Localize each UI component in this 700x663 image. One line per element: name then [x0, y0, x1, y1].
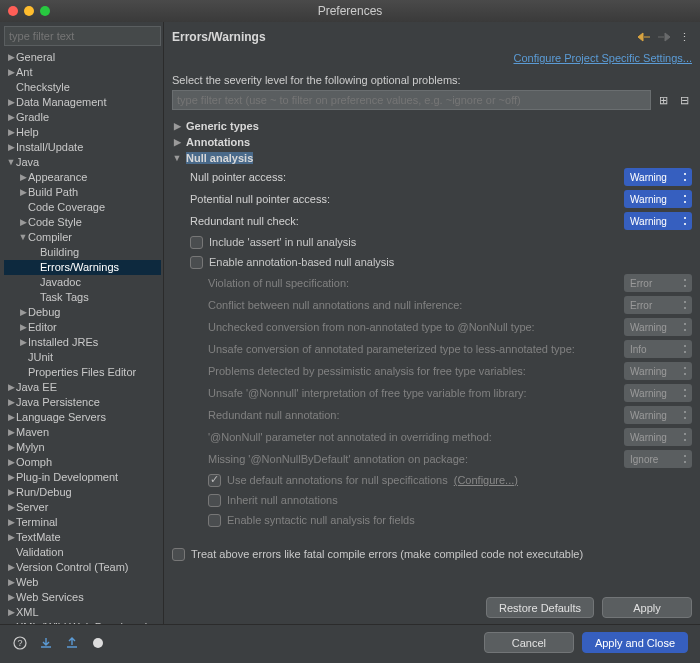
chevron-right-icon[interactable]: ▶ — [6, 455, 16, 470]
tree-node[interactable]: ▶Ant — [4, 65, 161, 80]
tree-node[interactable]: ▶TextMate — [4, 530, 161, 545]
tree-node[interactable]: JUnit — [4, 350, 161, 365]
severity-select[interactable]: Warning — [624, 212, 692, 230]
tree-node[interactable]: Checkstyle — [4, 80, 161, 95]
severity-select: Error — [624, 296, 692, 314]
tree-node[interactable]: ▶Run/Debug — [4, 485, 161, 500]
chevron-right-icon[interactable]: ▶ — [6, 125, 16, 140]
chevron-right-icon[interactable]: ▶ — [6, 95, 16, 110]
chevron-right-icon[interactable]: ▶ — [6, 605, 16, 620]
tree-node[interactable]: ▶Mylyn — [4, 440, 161, 455]
tree-node[interactable]: ▶Version Control (Team) — [4, 560, 161, 575]
category-header[interactable]: ▼Null analysis — [172, 150, 692, 166]
chevron-right-icon[interactable]: ▶ — [6, 590, 16, 605]
chevron-right-icon[interactable]: ▶ — [18, 185, 28, 200]
chevron-right-icon[interactable]: ▶ — [6, 485, 16, 500]
checkbox[interactable] — [172, 548, 185, 561]
tree-filter-input[interactable] — [4, 26, 161, 46]
tree-node[interactable]: ▶Installed JREs — [4, 335, 161, 350]
tree-node[interactable]: Code Coverage — [4, 200, 161, 215]
chevron-right-icon[interactable]: ▶ — [6, 425, 16, 440]
tree-node[interactable]: Building — [4, 245, 161, 260]
chevron-right-icon[interactable]: ▶ — [6, 470, 16, 485]
chevron-right-icon[interactable]: ▶ — [6, 140, 16, 155]
tree-node[interactable]: ▶Debug — [4, 305, 161, 320]
apply-button[interactable]: Apply — [602, 597, 692, 618]
chevron-down-icon[interactable]: ▼ — [6, 155, 16, 170]
chevron-right-icon[interactable]: ▶ — [6, 410, 16, 425]
chevron-right-icon[interactable]: ▶ — [6, 575, 16, 590]
chevron-right-icon[interactable]: ▶ — [6, 515, 16, 530]
tree-node[interactable]: ▶XML (Wild Web Developer) — [4, 620, 161, 624]
checkbox[interactable] — [190, 236, 203, 249]
option-checkbox-row[interactable]: Include 'assert' in null analysis — [190, 232, 692, 252]
import-icon[interactable] — [38, 635, 54, 651]
tree-node[interactable]: ▶XML — [4, 605, 161, 620]
option-checkbox-row[interactable]: Enable annotation-based null analysis — [190, 252, 692, 272]
expand-all-icon[interactable]: ⊞ — [657, 92, 672, 108]
tree-node[interactable]: Task Tags — [4, 290, 161, 305]
tree-node[interactable]: ▶Data Management — [4, 95, 161, 110]
nav-forward-icon[interactable] — [656, 29, 672, 45]
oomph-icon[interactable] — [90, 635, 106, 651]
tree-node[interactable]: ▼Java — [4, 155, 161, 170]
tree-node[interactable]: ▶Language Servers — [4, 410, 161, 425]
tree-node[interactable]: ▶Plug-in Development — [4, 470, 161, 485]
chevron-right-icon[interactable]: ▶ — [6, 380, 16, 395]
tree-node[interactable]: Errors/Warnings — [4, 260, 161, 275]
severity-select[interactable]: Warning — [624, 190, 692, 208]
chevron-right-icon[interactable]: ▶ — [6, 50, 16, 65]
chevron-right-icon[interactable]: ▶ — [18, 320, 28, 335]
tree-node[interactable]: ▶Gradle — [4, 110, 161, 125]
chevron-right-icon[interactable]: ▶ — [6, 440, 16, 455]
cancel-button[interactable]: Cancel — [484, 632, 574, 653]
category-header[interactable]: ▶Generic types — [172, 118, 692, 134]
collapse-all-icon[interactable]: ⊟ — [677, 92, 692, 108]
chevron-right-icon[interactable]: ▶ — [18, 170, 28, 185]
view-menu-icon[interactable]: ⋮ — [676, 29, 692, 45]
tree-node-label: TextMate — [16, 530, 61, 545]
export-icon[interactable] — [64, 635, 80, 651]
severity-select[interactable]: Warning — [624, 168, 692, 186]
tree-node[interactable]: ▶Code Style — [4, 215, 161, 230]
restore-defaults-button[interactable]: Restore Defaults — [486, 597, 594, 618]
chevron-right-icon[interactable]: ▶ — [18, 215, 28, 230]
chevron-down-icon[interactable]: ▼ — [18, 230, 28, 245]
chevron-right-icon[interactable]: ▶ — [6, 530, 16, 545]
tree-node[interactable]: ▶Install/Update — [4, 140, 161, 155]
tree-node[interactable]: ▶Maven — [4, 425, 161, 440]
tree-node[interactable]: ▶Help — [4, 125, 161, 140]
tree-node[interactable]: ▶Java Persistence — [4, 395, 161, 410]
chevron-right-icon[interactable]: ▶ — [6, 500, 16, 515]
tree-node[interactable]: ▶Appearance — [4, 170, 161, 185]
tree-node[interactable]: ▶Server — [4, 500, 161, 515]
dialog-footer: ? Cancel Apply and Close — [0, 624, 700, 660]
tree-node[interactable]: ▶Oomph — [4, 455, 161, 470]
chevron-right-icon[interactable]: ▶ — [6, 110, 16, 125]
tree-node[interactable]: ▶General — [4, 50, 161, 65]
settings-filter-input[interactable] — [172, 90, 651, 110]
tree-node[interactable]: ▶Editor — [4, 320, 161, 335]
checkbox[interactable] — [190, 256, 203, 269]
tree-node[interactable]: ▶Java EE — [4, 380, 161, 395]
chevron-right-icon[interactable]: ▶ — [6, 620, 16, 624]
category-header[interactable]: ▶Annotations — [172, 134, 692, 150]
tree-node[interactable]: ▶Build Path — [4, 185, 161, 200]
chevron-right-icon[interactable]: ▶ — [6, 560, 16, 575]
chevron-right-icon[interactable]: ▶ — [6, 65, 16, 80]
tree-node[interactable]: ▶Web Services — [4, 590, 161, 605]
apply-and-close-button[interactable]: Apply and Close — [582, 632, 688, 653]
chevron-right-icon[interactable]: ▶ — [18, 305, 28, 320]
tree-node[interactable]: ▼Compiler — [4, 230, 161, 245]
help-icon[interactable]: ? — [12, 635, 28, 651]
chevron-right-icon[interactable]: ▶ — [18, 335, 28, 350]
tree-node[interactable]: Properties Files Editor — [4, 365, 161, 380]
fatal-errors-checkbox-row[interactable]: Treat above errors like fatal compile er… — [172, 544, 692, 564]
configure-project-link[interactable]: Configure Project Specific Settings... — [172, 52, 692, 64]
tree-node[interactable]: ▶Terminal — [4, 515, 161, 530]
nav-back-icon[interactable] — [636, 29, 652, 45]
tree-node[interactable]: ▶Web — [4, 575, 161, 590]
tree-node[interactable]: Javadoc — [4, 275, 161, 290]
tree-node[interactable]: Validation — [4, 545, 161, 560]
chevron-right-icon[interactable]: ▶ — [6, 395, 16, 410]
